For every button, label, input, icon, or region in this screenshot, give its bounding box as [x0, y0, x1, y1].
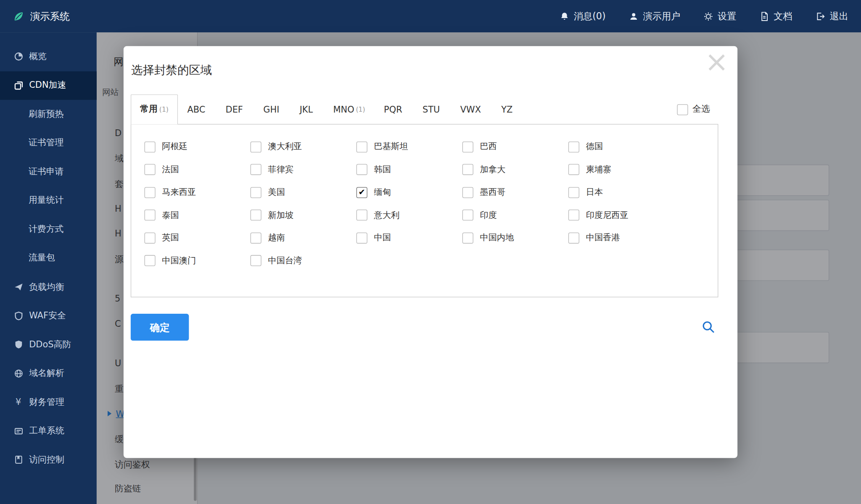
- region-option[interactable]: 中国内地: [462, 232, 568, 244]
- region-option[interactable]: 澳大利亚: [251, 141, 357, 152]
- sidebar-item-refresh-preheat[interactable]: 刷新预热: [0, 100, 97, 129]
- sidebar-item-dns[interactable]: 域名解析: [0, 359, 97, 388]
- region-checkbox[interactable]: [357, 164, 367, 175]
- close-icon[interactable]: ×: [705, 47, 729, 76]
- region-option[interactable]: 柬埔寨: [568, 164, 674, 175]
- region-option[interactable]: 泰国: [145, 210, 251, 221]
- region-option[interactable]: 意大利: [357, 210, 462, 221]
- region-label: 泰国: [162, 210, 179, 221]
- region-option[interactable]: 加拿大: [462, 164, 568, 175]
- region-checkbox[interactable]: [145, 187, 156, 198]
- region-tab[interactable]: MNO (1): [324, 94, 375, 125]
- region-option[interactable]: 中国澳门: [145, 255, 251, 266]
- select-all-checkbox[interactable]: [677, 104, 688, 115]
- region-tab[interactable]: ABC: [178, 94, 216, 125]
- sidebar-item-traffic-pack[interactable]: 流量包: [0, 244, 97, 273]
- region-label: 菲律宾: [268, 164, 293, 175]
- messages-menu-item[interactable]: 消息(0): [560, 10, 606, 23]
- sidebar-item-billing[interactable]: 计费方式: [0, 215, 97, 244]
- region-label: 法国: [162, 164, 179, 175]
- region-option[interactable]: 美国: [251, 186, 357, 198]
- sidebar-item-overview[interactable]: 概览: [0, 42, 97, 71]
- sidebar-item-finance[interactable]: ¥ 财务管理: [0, 388, 97, 417]
- region-checkbox[interactable]: [251, 164, 261, 175]
- select-all-label: 全选: [692, 104, 710, 115]
- region-checkbox[interactable]: [145, 142, 156, 152]
- region-checkbox[interactable]: [251, 255, 261, 266]
- region-tab[interactable]: YZ: [492, 94, 523, 125]
- sidebar-item-label: 证书管理: [29, 137, 64, 149]
- region-option[interactable]: 印度尼西亚: [568, 210, 674, 221]
- region-option[interactable]: 印度: [462, 210, 568, 221]
- region-option[interactable]: 中国香港: [568, 232, 674, 244]
- region-checkbox[interactable]: [251, 210, 261, 220]
- region-option[interactable]: 巴基斯坦: [357, 141, 462, 152]
- sidebar-item-access-control[interactable]: 访问控制: [0, 446, 97, 475]
- sidebar-item-cert-management[interactable]: 证书管理: [0, 129, 97, 158]
- region-checkbox[interactable]: [251, 232, 261, 243]
- region-checkbox[interactable]: [251, 187, 261, 198]
- region-option[interactable]: 中国台湾: [251, 255, 357, 266]
- region-option[interactable]: 菲律宾: [251, 164, 357, 175]
- region-tab[interactable]: DEF: [216, 94, 254, 125]
- region-option[interactable]: 缅甸: [357, 186, 462, 198]
- user-icon: [629, 11, 639, 21]
- region-option[interactable]: 德国: [568, 141, 674, 152]
- sidebar-item-ddos[interactable]: DDoS高防: [0, 330, 97, 359]
- region-checkbox[interactable]: [145, 210, 156, 220]
- region-option[interactable]: 英国: [145, 232, 251, 244]
- region-option[interactable]: 中国: [357, 232, 462, 244]
- sidebar-item-tickets[interactable]: 工单系统: [0, 417, 97, 446]
- region-option[interactable]: 新加坡: [251, 210, 357, 221]
- region-checkbox[interactable]: [357, 187, 367, 198]
- search-icon[interactable]: [701, 320, 716, 336]
- sidebar-item-load-balancer[interactable]: 负载均衡: [0, 273, 97, 302]
- tab-count: (1): [159, 105, 169, 113]
- region-checkbox[interactable]: [462, 164, 473, 175]
- settings-menu-item[interactable]: 设置: [703, 10, 736, 23]
- region-checkbox[interactable]: [145, 164, 156, 175]
- sidebar-item-usage-stats[interactable]: 用量统计: [0, 186, 97, 215]
- sidebar-item-label: 刷新预热: [29, 108, 64, 120]
- region-option[interactable]: 日本: [568, 186, 674, 198]
- region-option[interactable]: 阿根廷: [145, 141, 251, 152]
- region-option[interactable]: 法国: [145, 164, 251, 175]
- region-checkbox[interactable]: [568, 187, 579, 198]
- confirm-button[interactable]: 确定: [131, 314, 189, 341]
- region-checkbox[interactable]: [568, 164, 579, 175]
- tab-label: DEF: [226, 104, 243, 115]
- region-checkbox[interactable]: [462, 187, 473, 198]
- region-option[interactable]: 韩国: [357, 164, 462, 175]
- region-tab[interactable]: STU: [413, 94, 451, 125]
- region-checkbox[interactable]: [357, 142, 367, 152]
- region-checkbox[interactable]: [357, 232, 367, 243]
- region-checkbox[interactable]: [462, 142, 473, 152]
- region-option[interactable]: 巴西: [462, 141, 568, 152]
- region-tab[interactable]: JKL: [290, 94, 324, 125]
- region-checkbox[interactable]: [462, 232, 473, 243]
- region-checkbox[interactable]: [251, 142, 261, 152]
- user-menu-item[interactable]: 演示用户: [629, 10, 681, 23]
- region-tab[interactable]: GHI: [254, 94, 290, 125]
- region-checkbox[interactable]: [568, 142, 579, 152]
- region-label: 英国: [162, 232, 179, 244]
- region-checkbox[interactable]: [145, 232, 156, 243]
- region-option[interactable]: 马来西亚: [145, 186, 251, 198]
- region-tab[interactable]: 常用 (1): [131, 94, 178, 125]
- region-checkbox[interactable]: [462, 210, 473, 220]
- sidebar-item-cdn[interactable]: CDN加速: [0, 71, 97, 100]
- region-checkbox[interactable]: [568, 210, 579, 220]
- region-checkbox[interactable]: [568, 232, 579, 243]
- sidebar-item-waf[interactable]: WAF安全: [0, 302, 97, 331]
- region-tab[interactable]: PQR: [375, 94, 413, 125]
- select-all-control[interactable]: 全选: [677, 94, 710, 125]
- region-checkbox[interactable]: [357, 210, 367, 220]
- region-checkbox[interactable]: [145, 255, 156, 266]
- brand[interactable]: 演示系统: [13, 10, 70, 23]
- docs-menu-item[interactable]: 文档: [759, 10, 792, 23]
- region-tab[interactable]: VWX: [451, 94, 492, 125]
- logout-menu-item[interactable]: 退出: [816, 10, 848, 23]
- region-option[interactable]: 越南: [251, 232, 357, 244]
- sidebar-item-cert-apply[interactable]: 证书申请: [0, 158, 97, 186]
- region-option[interactable]: 墨西哥: [462, 186, 568, 198]
